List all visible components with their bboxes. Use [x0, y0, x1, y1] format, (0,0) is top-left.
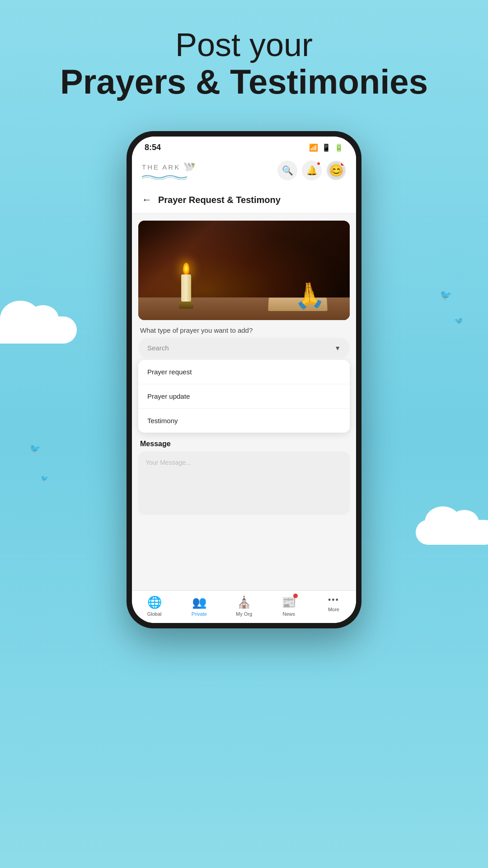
nav-label-private: Private [192, 611, 207, 617]
bird-2: 🐦 [454, 316, 463, 325]
notification-button[interactable]: 🔔 [302, 160, 322, 180]
avatar-badge [340, 161, 345, 167]
cloud-left [0, 316, 77, 344]
page-title: Prayer Request & Testimony [158, 195, 281, 205]
option-testimony[interactable]: Testimony [138, 409, 350, 433]
prayer-image: 🙏 [138, 221, 350, 320]
dropdown-options: Prayer request Prayer update Testimony [138, 360, 350, 433]
search-placeholder: Search [147, 344, 169, 352]
nav-label-global: Global [147, 611, 162, 617]
nav-label-more: More [328, 607, 339, 612]
phone-container: 8:54 📶 📱 🔋 THE ARK 🕊️ [127, 131, 361, 628]
logo-text: THE ARK 🕊️ [142, 161, 196, 173]
candle-holder [179, 263, 193, 309]
news-badge [293, 594, 298, 598]
logo-label: THE ARK [142, 163, 180, 171]
header-actions: 🔍 🔔 😊 [277, 160, 346, 180]
signal-icon: 📱 [322, 143, 331, 152]
page-header: Post your Prayers & Testimonies [0, 27, 488, 101]
praying-hands: 🙏 [292, 279, 326, 311]
message-label: Message [140, 440, 348, 448]
candle-scene: 🙏 [138, 221, 350, 320]
search-button[interactable]: 🔍 [277, 160, 297, 180]
page-title-header: ← Prayer Request & Testimony [132, 187, 356, 213]
candle-flame [183, 263, 189, 274]
prayer-type-question: What type of prayer you want to add? [140, 326, 348, 334]
back-button[interactable]: ← [142, 194, 152, 206]
bird-3: 🐦 [29, 443, 41, 454]
option-prayer-update[interactable]: Prayer update [138, 384, 350, 409]
chevron-down-icon: ▼ [334, 344, 341, 352]
nav-item-more[interactable]: ••• More [311, 595, 356, 617]
nav-label-news: News [282, 611, 295, 617]
private-icon: 👥 [192, 595, 206, 609]
candle-base [179, 302, 193, 309]
nav-item-private[interactable]: 👥 Private [177, 595, 221, 617]
logo-area: THE ARK 🕊️ [142, 161, 196, 180]
header-line1: Post your [0, 27, 488, 63]
nav-item-myorg[interactable]: ⛪ My Org [221, 595, 266, 617]
status-time: 8:54 [145, 143, 161, 152]
myorg-icon: ⛪ [237, 595, 251, 609]
more-icon: ••• [328, 595, 339, 605]
phone-screen: 8:54 📶 📱 🔋 THE ARK 🕊️ [132, 137, 356, 623]
global-icon: 🌐 [147, 595, 162, 609]
header-line2: Prayers & Testimonies [0, 63, 488, 101]
bird-4: 🐦 [41, 475, 48, 482]
bottom-nav: 🌐 Global 👥 Private ⛪ My Org 📰 New [132, 590, 356, 623]
nav-item-global[interactable]: 🌐 Global [132, 595, 177, 617]
status-bar: 8:54 📶 📱 🔋 [132, 137, 356, 156]
search-dropdown-container: Search ▼ [138, 338, 350, 358]
notification-badge [316, 161, 321, 166]
app-header: THE ARK 🕊️ 🔍 🔔 [132, 156, 356, 187]
phone-frame: 8:54 📶 📱 🔋 THE ARK 🕊️ [127, 131, 361, 628]
bell-icon: 🔔 [306, 165, 318, 176]
candle-body [181, 274, 191, 302]
message-textarea[interactable]: Your Message... [138, 452, 350, 515]
nav-item-news[interactable]: 📰 News [267, 595, 311, 617]
option-prayer-request[interactable]: Prayer request [138, 360, 350, 384]
scroll-content[interactable]: 🙏 What type of prayer you want to add? S… [132, 213, 356, 590]
search-dropdown[interactable]: Search ▼ [138, 338, 350, 358]
logo-bird-icon: 🕊️ [182, 161, 196, 173]
message-placeholder: Your Message... [145, 459, 191, 466]
search-icon: 🔍 [282, 165, 293, 176]
bird-1: 🐦 [440, 289, 452, 301]
cloud-right [416, 520, 488, 545]
logo-waves [142, 174, 187, 180]
status-icons: 📶 📱 🔋 [309, 143, 343, 152]
wifi-icon: 📶 [309, 143, 318, 152]
avatar-button[interactable]: 😊 [326, 160, 346, 180]
nav-label-myorg: My Org [236, 611, 252, 617]
news-icon: 📰 [282, 595, 296, 609]
battery-icon: 🔋 [334, 143, 343, 152]
